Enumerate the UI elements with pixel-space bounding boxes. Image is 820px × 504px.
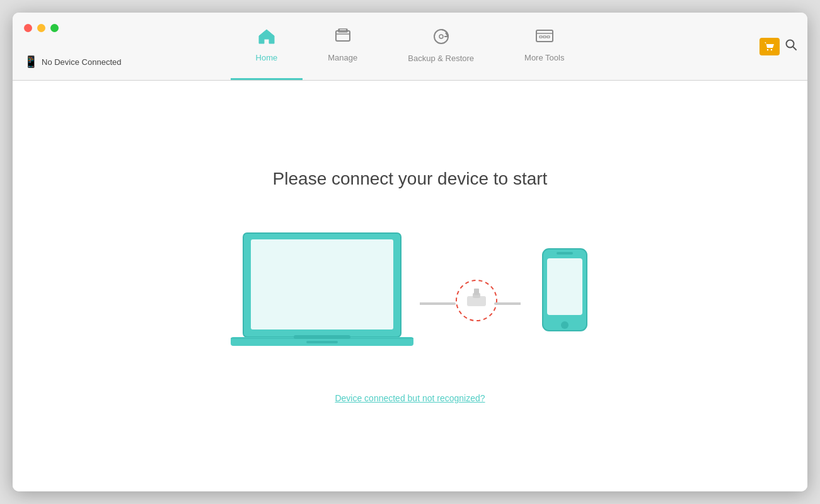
cable-illustration (420, 253, 521, 329)
svg-rect-9 (547, 36, 550, 38)
svg-rect-20 (306, 341, 338, 343)
device-info: 📱 No Device Connected (24, 55, 121, 69)
app-window: 📱 No Device Connected Home (13, 13, 807, 491)
svg-line-14 (793, 47, 796, 50)
connect-message: Please connect your device to start (273, 169, 548, 189)
tab-backup-label: Backup & Restore (408, 54, 474, 63)
device-icon: 📱 (24, 55, 38, 69)
search-button[interactable] (785, 38, 797, 54)
tools-icon (535, 28, 554, 49)
minimize-button[interactable] (37, 24, 45, 32)
cart-button[interactable] (759, 38, 780, 55)
titlebar: 📱 No Device Connected Home (13, 13, 807, 81)
svg-point-12 (771, 49, 772, 50)
svg-rect-16 (251, 239, 393, 329)
nav-tabs: Home Manage (13, 13, 807, 80)
svg-rect-8 (543, 36, 546, 38)
help-link[interactable]: Device connected but not recognized? (335, 393, 485, 403)
home-icon (258, 28, 275, 49)
illustration (231, 227, 590, 355)
svg-point-11 (767, 49, 768, 50)
svg-rect-29 (557, 252, 573, 255)
traffic-lights (24, 24, 59, 32)
maximize-button[interactable] (50, 24, 59, 32)
tab-backup[interactable]: Backup & Restore (383, 13, 499, 80)
close-button[interactable] (24, 24, 32, 32)
tab-manage-label: Manage (328, 53, 357, 62)
titlebar-actions (759, 38, 797, 55)
svg-point-4 (439, 35, 443, 38)
laptop-illustration (231, 227, 413, 355)
tab-tools[interactable]: More Tools (499, 13, 589, 80)
svg-point-30 (561, 321, 569, 329)
tab-tools-label: More Tools (524, 53, 564, 62)
phone-illustration (540, 246, 590, 336)
device-label: No Device Connected (42, 57, 121, 67)
main-content: Please connect your device to start (13, 81, 807, 491)
svg-rect-25 (474, 289, 479, 295)
tab-manage[interactable]: Manage (303, 13, 383, 80)
manage-icon (334, 28, 352, 49)
tab-home-label: Home (256, 53, 278, 62)
svg-rect-28 (547, 258, 582, 315)
tab-home[interactable]: Home (231, 13, 303, 80)
svg-rect-7 (540, 36, 542, 38)
backup-icon (432, 28, 450, 50)
